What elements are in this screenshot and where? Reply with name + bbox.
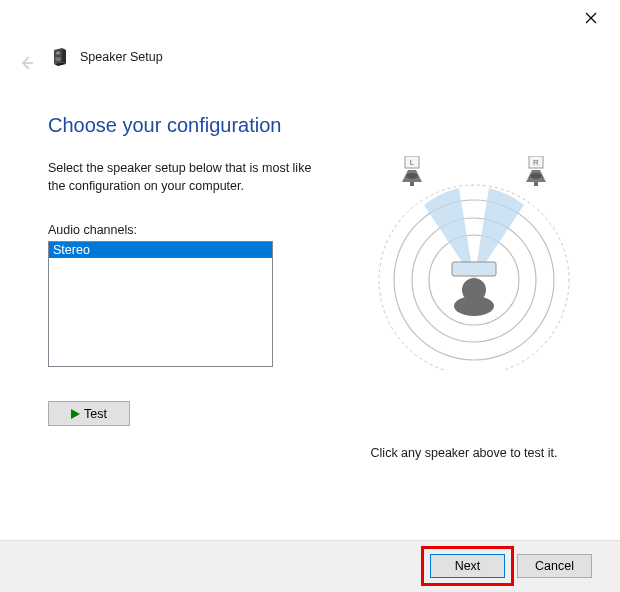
speaker-layout-diagram: L R	[364, 150, 584, 370]
svg-marker-0	[54, 48, 62, 64]
svg-rect-10	[454, 264, 494, 274]
close-button[interactable]	[577, 8, 605, 28]
close-icon	[585, 12, 597, 24]
cancel-button-label: Cancel	[535, 559, 574, 573]
window-title: Speaker Setup	[80, 50, 163, 64]
next-button[interactable]: Next	[430, 554, 505, 578]
svg-rect-20	[534, 182, 538, 186]
svg-point-15	[406, 173, 418, 179]
instruction-text: Select the speaker setup below that is m…	[48, 159, 328, 195]
svg-marker-1	[62, 48, 66, 64]
list-item[interactable]: Stereo	[49, 242, 272, 258]
next-button-label: Next	[455, 559, 481, 573]
audio-channels-listbox[interactable]: Stereo	[48, 241, 273, 367]
svg-point-4	[55, 57, 61, 61]
svg-rect-16	[410, 182, 414, 186]
header: Speaker Setup	[48, 46, 163, 68]
svg-point-12	[454, 296, 494, 316]
left-speaker-button[interactable]: L	[396, 156, 428, 186]
test-button[interactable]: Test	[48, 401, 130, 426]
page-heading: Choose your configuration	[48, 114, 590, 137]
right-speaker-label: R	[533, 158, 539, 167]
svg-point-19	[530, 173, 542, 179]
right-speaker-button[interactable]: R	[520, 156, 552, 186]
footer: Next Cancel	[0, 540, 620, 592]
left-speaker-label: L	[410, 158, 415, 167]
speaker-test-hint: Click any speaker above to test it.	[344, 446, 584, 460]
svg-point-3	[56, 51, 60, 54]
back-arrow-icon	[18, 55, 34, 71]
back-button[interactable]	[18, 55, 34, 71]
test-button-label: Test	[84, 407, 107, 421]
cancel-button[interactable]: Cancel	[517, 554, 592, 578]
play-icon	[71, 409, 80, 419]
titlebar	[0, 0, 620, 32]
speaker-icon	[48, 46, 70, 68]
